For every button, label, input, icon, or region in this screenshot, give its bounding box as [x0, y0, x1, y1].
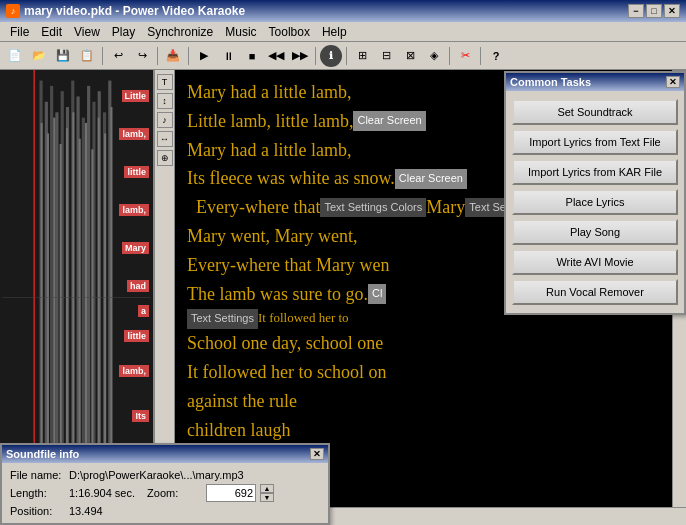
tool4-button[interactable]: ◈	[423, 45, 445, 67]
lyric-text: Little lamb, little lamb,	[187, 107, 353, 136]
tool1-button[interactable]: ⊞	[351, 45, 373, 67]
position-row: Position: 13.494	[10, 505, 320, 517]
toolbar: 📄 📂 💾 📋 ↩ ↪ 📥 ▶ ⏸ ■ ◀◀ ▶▶ ℹ ⊞ ⊟ ⊠ ◈ ✂ ?	[0, 42, 686, 70]
lyric-text: It followed her to school on	[187, 358, 386, 387]
save2-button[interactable]: 📋	[76, 45, 98, 67]
mini-btn-1[interactable]: T	[157, 74, 173, 90]
rewind-button[interactable]: ◀◀	[265, 45, 287, 67]
position-label: Position:	[10, 505, 65, 517]
menu-view[interactable]: View	[68, 23, 106, 41]
lyric-text: Mary had a little lamb,	[187, 136, 351, 165]
menu-synchronize[interactable]: Synchronize	[141, 23, 219, 41]
play-song-button[interactable]: Play Song	[512, 219, 678, 245]
common-tasks-body: Set Soundtrack Import Lyrics from Text F…	[506, 91, 684, 313]
lyric-text: Every-where that Mary wen	[187, 251, 389, 280]
new-button[interactable]: 📄	[4, 45, 26, 67]
toolbar-sep2	[157, 47, 158, 65]
common-tasks-titlebar: Common Tasks ✕	[506, 73, 684, 91]
zoom-down-button[interactable]: ▼	[260, 493, 274, 502]
filename-row: File name: D:\prog\PowerKaraoke\...\mary…	[10, 469, 320, 481]
lyrics-line-12: children laugh	[187, 416, 674, 445]
set-soundtrack-button[interactable]: Set Soundtrack	[512, 99, 678, 125]
delete-button[interactable]: ✂	[454, 45, 476, 67]
filename-label: File name:	[10, 469, 65, 481]
menu-toolbox[interactable]: Toolbox	[263, 23, 316, 41]
toolbar-sep6	[449, 47, 450, 65]
lyric-text: School one day, school one	[187, 329, 383, 358]
common-tasks-title: Common Tasks	[510, 76, 591, 88]
lyric-text: children laugh	[187, 416, 290, 445]
toolbar-sep3	[188, 47, 189, 65]
menu-file[interactable]: File	[4, 23, 35, 41]
waveform-label-2: little	[124, 166, 149, 178]
app-icon: ♪	[6, 4, 20, 18]
lyric-text: against the rule	[187, 387, 297, 416]
menu-help[interactable]: Help	[316, 23, 353, 41]
play-button[interactable]: ▶	[193, 45, 215, 67]
waveform-label-3: lamb,	[119, 204, 149, 216]
info-button[interactable]: ℹ	[320, 45, 342, 67]
waveform-label-7: little	[124, 330, 149, 342]
close-button[interactable]: ✕	[664, 4, 680, 18]
soundfile-panel: Soundfile info ✕ File name: D:\prog\Powe…	[0, 443, 330, 525]
import-button[interactable]: 📥	[162, 45, 184, 67]
import-lyrics-text-button[interactable]: Import Lyrics from Text File	[512, 129, 678, 155]
lyrics-line-10: It followed her to school on	[187, 358, 674, 387]
window-controls: − □ ✕	[628, 4, 680, 18]
lyric-text: Mary went, Mary went,	[187, 222, 357, 251]
minimize-button[interactable]: −	[628, 4, 644, 18]
redo-button[interactable]: ↪	[131, 45, 153, 67]
write-avi-button[interactable]: Write AVI Movie	[512, 249, 678, 275]
lyric-text: Mary had a little lamb,	[187, 78, 351, 107]
undo-button[interactable]: ↩	[107, 45, 129, 67]
waveform-label-5: had	[127, 280, 149, 292]
mini-btn-5[interactable]: ⊕	[157, 150, 173, 166]
clear-screen-tag-3: Clear Screen	[395, 169, 467, 189]
window-title: mary video.pkd - Power Video Karaoke	[24, 4, 245, 18]
lyric-text: Its fleece was white as snow.	[187, 164, 395, 193]
mini-btn-4[interactable]: ↔	[157, 131, 173, 147]
save-button[interactable]: 💾	[52, 45, 74, 67]
length-label: Length:	[10, 487, 65, 499]
menu-music[interactable]: Music	[219, 23, 262, 41]
soundfile-close[interactable]: ✕	[310, 448, 324, 460]
soundfile-body: File name: D:\prog\PowerKaraoke\...\mary…	[2, 463, 328, 523]
lyric-text: It followed her to	[258, 308, 349, 329]
run-vocal-remover-button[interactable]: Run Vocal Remover	[512, 279, 678, 305]
lyric-text: Every-where that	[187, 193, 320, 222]
help-button[interactable]: ?	[485, 45, 507, 67]
menu-play[interactable]: Play	[106, 23, 141, 41]
toolbar-sep5	[346, 47, 347, 65]
main-area: Little lamb, little lamb, Mary had a lit…	[0, 70, 686, 525]
open-button[interactable]: 📂	[28, 45, 50, 67]
mini-btn-2[interactable]: ↕	[157, 93, 173, 109]
forward-button[interactable]: ▶▶	[289, 45, 311, 67]
tool2-button[interactable]: ⊟	[375, 45, 397, 67]
zoom-up-button[interactable]: ▲	[260, 484, 274, 493]
maximize-button[interactable]: □	[646, 4, 662, 18]
waveform-label-1: lamb,	[119, 128, 149, 140]
toolbar-sep7	[480, 47, 481, 65]
waveform-label-4: Mary	[122, 242, 149, 254]
waveform-label-9: Its	[132, 410, 149, 422]
zoom-spinner: ▲ ▼	[260, 484, 274, 502]
tool3-button[interactable]: ⊠	[399, 45, 421, 67]
common-tasks-close[interactable]: ✕	[666, 76, 680, 88]
toolbar-sep4	[315, 47, 316, 65]
lyrics-line-11: against the rule	[187, 387, 674, 416]
waveform-label-8: lamb,	[119, 365, 149, 377]
stop-button[interactable]: ■	[241, 45, 263, 67]
title-bar: ♪ mary video.pkd - Power Video Karaoke −…	[0, 0, 686, 22]
text-settings-tag: Text Settings	[187, 309, 258, 329]
place-lyrics-button[interactable]: Place Lyrics	[512, 189, 678, 215]
clear-screen-tag-1: Clear Screen	[353, 111, 425, 131]
import-lyrics-kar-button[interactable]: Import Lyrics from KAR File	[512, 159, 678, 185]
length-value: 1:16.904 sec.	[69, 487, 135, 499]
pause-button[interactable]: ⏸	[217, 45, 239, 67]
toolbar-sep1	[102, 47, 103, 65]
zoom-input[interactable]	[206, 484, 256, 502]
text-settings-colors-tag: Text Settings Colors	[320, 198, 426, 218]
mini-btn-3[interactable]: ♪	[157, 112, 173, 128]
menu-bar: File Edit View Play Synchronize Music To…	[0, 22, 686, 42]
menu-edit[interactable]: Edit	[35, 23, 68, 41]
